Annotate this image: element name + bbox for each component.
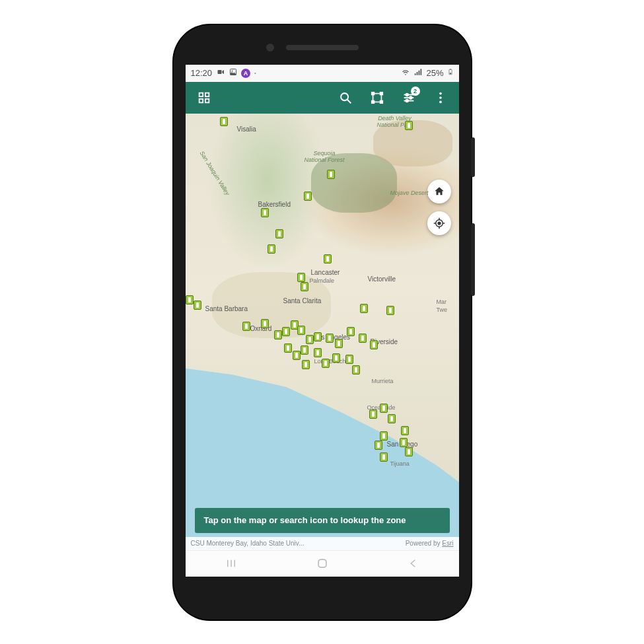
hint-tooltip: Tap on the map or search icon to lookup … [195,508,450,533]
svg-point-22 [406,99,408,102]
svg-rect-13 [371,92,374,94]
svg-rect-6 [199,92,203,96]
svg-point-10 [341,93,348,100]
svg-rect-35 [318,559,326,567]
screenshot-icon [229,68,237,78]
app-bar: 2 [186,82,459,114]
map-marker[interactable] [304,192,312,201]
filter-count-badge: 2 [411,87,420,96]
svg-point-23 [439,92,442,94]
select-tool-button[interactable] [363,83,392,112]
battery-icon [447,67,454,79]
map-marker[interactable] [284,343,292,353]
map-marker[interactable] [327,170,335,179]
recents-button[interactable] [215,551,248,577]
attribution-sources: CSU Monterey Bay, Idaho State Univ... [191,540,304,547]
map-marker[interactable] [306,335,314,344]
apps-grid-button[interactable] [190,83,219,112]
map-marker[interactable] [345,355,353,364]
recording-icon [216,68,225,78]
svg-rect-15 [371,100,374,103]
map-marker[interactable] [275,229,283,238]
map-marker[interactable] [388,414,396,423]
filter-button[interactable]: 2 [394,83,423,112]
side-button [471,223,475,296]
map-marker[interactable] [386,306,394,315]
home-extent-button[interactable] [427,180,451,203]
svg-line-11 [347,99,351,103]
back-button[interactable] [397,551,430,577]
map-marker[interactable] [347,327,355,336]
phone-camera [266,44,274,52]
map-marker[interactable] [242,322,250,331]
phone-frame: 12:20 A • 25% [174,25,471,620]
locate-me-button[interactable] [427,211,451,235]
svg-rect-14 [380,92,382,94]
map-marker[interactable] [194,301,201,310]
search-button[interactable] [331,83,360,112]
map-marker[interactable] [370,340,378,349]
map-marker[interactable] [360,304,368,313]
map-marker[interactable] [186,295,194,304]
app-badge-icon: A [241,69,250,78]
svg-rect-5 [450,69,451,69]
more-menu-button[interactable] [426,83,455,112]
attribution-esri-link[interactable]: Esri [442,540,453,547]
map-marker[interactable] [220,117,228,126]
map-marker[interactable] [261,208,269,217]
svg-point-27 [438,222,441,225]
svg-rect-9 [205,98,209,102]
map-marker[interactable] [297,326,305,335]
svg-rect-7 [205,92,209,96]
map-marker[interactable] [400,438,408,447]
map-marker[interactable] [297,273,305,282]
map-marker[interactable] [352,365,360,375]
svg-rect-16 [380,100,382,103]
side-button [471,137,475,177]
svg-rect-4 [449,73,451,74]
home-button[interactable] [306,551,339,577]
phone-speaker [286,45,359,50]
map-marker[interactable] [268,244,275,254]
map-marker[interactable] [405,121,413,130]
map-marker[interactable] [369,410,377,419]
map-attribution: CSU Monterey Bay, Idaho State Univ... Po… [186,537,459,550]
svg-point-25 [439,100,442,103]
map-marker[interactable] [326,334,334,343]
map-marker[interactable] [380,452,388,462]
map-marker[interactable] [282,327,290,336]
svg-point-21 [409,96,411,99]
map-marker[interactable] [405,447,413,456]
map-marker[interactable] [302,360,310,369]
map-marker[interactable] [261,319,269,328]
map-marker[interactable] [375,441,382,450]
android-nav-bar [186,550,459,577]
map-marker[interactable] [335,339,343,348]
map-marker[interactable] [293,351,301,360]
map-marker[interactable] [380,431,388,441]
map-marker[interactable] [314,348,322,357]
status-time: 12:20 [191,68,213,78]
battery-text: 25% [426,68,443,78]
svg-point-24 [439,96,442,99]
svg-point-20 [406,93,408,96]
map-marker[interactable] [301,345,308,355]
svg-rect-8 [199,98,203,102]
attribution-powered-label: Powered by [406,540,443,547]
svg-point-2 [232,71,233,72]
svg-rect-0 [218,70,222,74]
map-marker[interactable] [274,330,282,340]
map-marker[interactable] [401,426,409,435]
screen: 12:20 A • 25% [186,65,459,577]
map-marker[interactable] [380,404,388,413]
map-marker[interactable] [324,254,332,264]
map-marker[interactable] [322,359,330,368]
map-marker[interactable] [314,332,322,341]
signal-icon [413,67,423,79]
map-marker[interactable] [301,282,308,291]
map-marker[interactable] [359,334,367,343]
map-canvas[interactable]: Tap on the map or search icon to lookup … [186,114,459,550]
status-bar: 12:20 A • 25% [186,65,459,82]
map-marker[interactable] [332,353,340,363]
status-dot: • [254,70,256,76]
